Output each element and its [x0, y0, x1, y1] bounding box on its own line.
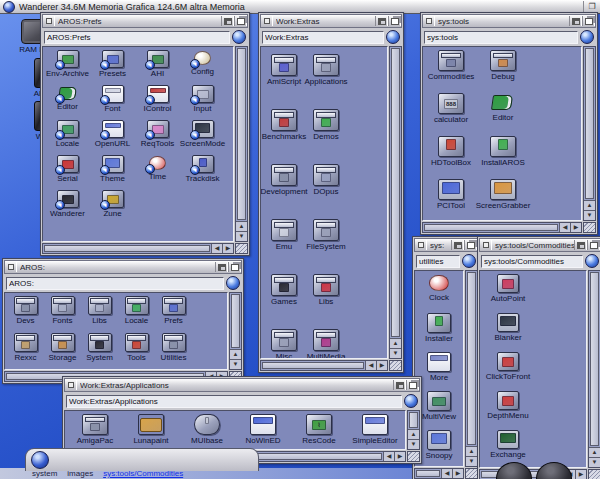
depth-gadget-icon[interactable] [464, 240, 477, 250]
path-input[interactable] [481, 255, 583, 268]
icon-item-calculator[interactable]: 888calculator [425, 93, 477, 136]
icon-item-demos[interactable]: Demos [305, 105, 347, 160]
icon-item-screenmode[interactable]: ◥ScreenMode [180, 120, 225, 155]
vscroll-knob[interactable] [590, 272, 599, 446]
zoom-gadget-icon[interactable] [221, 16, 234, 26]
icon-item-editor[interactable]: ◥Editor [45, 85, 90, 120]
globe-button-icon[interactable] [462, 254, 476, 268]
scroll-down-icon[interactable]: ▼ [466, 456, 477, 466]
icon-item-clicktofront[interactable]: ClickToFront [482, 352, 534, 391]
icon-item-screengrabber[interactable]: ScreenGrabber [477, 179, 529, 221]
icon-item-more[interactable]: More [417, 352, 461, 391]
scroll-right-icon[interactable]: ▶ [394, 452, 405, 461]
hscroll-knob[interactable] [424, 224, 558, 231]
vertical-scrollbar[interactable]: ▲ ▼ [588, 270, 600, 468]
icon-item-benchmarks[interactable]: Benchmarks [263, 105, 305, 160]
icon-item-blanker[interactable]: Blanker [482, 313, 534, 352]
icon-item-devs[interactable]: Devs [7, 296, 44, 333]
icon-item-pcitool[interactable]: PCITool [425, 179, 477, 221]
window-titlebar[interactable]: sys: [414, 238, 478, 252]
scroll-left-icon[interactable]: ◀ [559, 223, 570, 232]
horizontal-scrollbar[interactable]: ◀ ▶ [414, 468, 464, 479]
icon-item-installer[interactable]: Installer [417, 313, 461, 352]
globe-button-icon[interactable] [404, 394, 418, 408]
path-input[interactable] [44, 31, 230, 44]
vertical-scrollbar[interactable]: ▲ ▼ [583, 46, 596, 221]
scroll-down-icon[interactable]: ▼ [589, 457, 600, 467]
scroll-right-icon[interactable]: ▶ [570, 223, 581, 232]
icon-item-editor[interactable]: Editor [477, 93, 529, 136]
icon-item-wanderer[interactable]: ◥Wanderer [45, 190, 90, 225]
scroll-down-icon[interactable]: ▼ [236, 231, 247, 241]
zoom-gadget-icon[interactable] [215, 262, 228, 272]
depth-gadget-icon[interactable] [406, 380, 419, 390]
close-gadget-icon[interactable] [43, 16, 55, 26]
icon-item-snoopy[interactable]: Snoopy [417, 430, 461, 467]
hscroll-knob[interactable] [262, 362, 364, 369]
icon-item-applications[interactable]: Applications [305, 50, 347, 105]
depth-gadget-icon[interactable] [228, 262, 241, 272]
window-titlebar[interactable]: AROS:Prefs [42, 14, 248, 28]
horizontal-scrollbar[interactable]: ◀ ▶ [42, 243, 234, 254]
zoom-gadget-icon[interactable] [375, 16, 388, 26]
scroll-down-icon[interactable]: ▼ [390, 348, 401, 358]
scroll-right-icon[interactable]: ▶ [222, 244, 233, 253]
icon-item-config[interactable]: ◥Config [180, 50, 225, 85]
zoom-gadget-icon[interactable] [569, 16, 582, 26]
icon-item-amigapac[interactable]: AmigaPac [67, 414, 123, 450]
path-input[interactable] [262, 31, 384, 44]
icon-item-trackdisk[interactable]: ◥Trackdisk [180, 155, 225, 190]
scroll-up-icon[interactable]: ▲ [408, 429, 419, 439]
icon-item-zune[interactable]: ◥Zune [90, 190, 135, 225]
depth-gadget-icon[interactable] [582, 16, 595, 26]
icon-item-utilities[interactable]: Utilities [155, 333, 192, 370]
icon-item-amiscript[interactable]: AmiScript [263, 50, 305, 105]
icon-item-theme[interactable]: ◥Theme [90, 155, 135, 190]
path-input[interactable] [6, 277, 224, 290]
vscroll-knob[interactable] [391, 48, 400, 337]
globe-button-icon[interactable] [232, 30, 246, 44]
zoom-gadget-icon[interactable] [393, 380, 406, 390]
icon-item-prefs[interactable]: Prefs [155, 296, 192, 333]
close-gadget-icon[interactable] [415, 240, 427, 250]
scroll-left-icon[interactable]: ◀ [365, 361, 376, 370]
path-input[interactable] [66, 395, 402, 408]
scroll-down-icon[interactable]: ▼ [408, 439, 419, 449]
globe-button-icon[interactable] [585, 254, 599, 268]
icon-item-clock[interactable]: Clock [417, 274, 461, 313]
hscroll-knob[interactable] [44, 245, 210, 252]
icon-item-installaros[interactable]: InstallAROS [477, 136, 529, 179]
icon-item-libs[interactable]: Libs [305, 270, 347, 325]
vertical-scrollbar[interactable]: ▲ ▼ [389, 46, 402, 359]
icon-item-filesystem[interactable]: FileSystem [305, 215, 347, 270]
vscroll-knob[interactable] [585, 48, 594, 199]
scroll-right-icon[interactable]: ▶ [376, 361, 387, 370]
screen-depth-icon[interactable]: ❐ [583, 1, 600, 12]
icon-item-multiview[interactable]: MultiView [417, 391, 461, 430]
vertical-scrollbar[interactable]: ▲ ▼ [235, 46, 248, 242]
window-titlebar[interactable]: Work:Extras [260, 14, 402, 28]
resize-grip[interactable] [389, 360, 402, 371]
path-input[interactable] [416, 255, 460, 268]
close-gadget-icon[interactable] [480, 240, 492, 250]
vertical-scrollbar[interactable]: ▲ ▼ [407, 410, 420, 450]
scroll-up-icon[interactable]: ▲ [466, 446, 477, 456]
icon-item-input[interactable]: ◥Input [180, 85, 225, 120]
window-titlebar[interactable]: AROS: [4, 260, 242, 274]
scroll-up-icon[interactable]: ▲ [589, 447, 600, 457]
close-gadget-icon[interactable] [65, 380, 77, 390]
icon-item-reqtools[interactable]: ◥ReqTools [135, 120, 180, 155]
icon-item-serial[interactable]: ◥Serial [45, 155, 90, 190]
globe-button-icon[interactable] [580, 30, 594, 44]
aros-boing-logo-icon[interactable] [31, 451, 49, 469]
scroll-up-icon[interactable]: ▲ [390, 338, 401, 348]
resize-grip[interactable] [235, 243, 248, 254]
scroll-up-icon[interactable]: ▲ [230, 349, 241, 359]
icon-item-commodities[interactable]: Commodities [425, 50, 477, 93]
resize-grip[interactable] [407, 451, 420, 462]
icon-item-openurl[interactable]: ◥OpenURL [90, 120, 135, 155]
path-input[interactable] [424, 31, 578, 44]
icon-item-tools[interactable]: Tools [118, 333, 155, 370]
scroll-down-icon[interactable]: ▼ [230, 359, 241, 369]
close-gadget-icon[interactable] [5, 262, 17, 272]
